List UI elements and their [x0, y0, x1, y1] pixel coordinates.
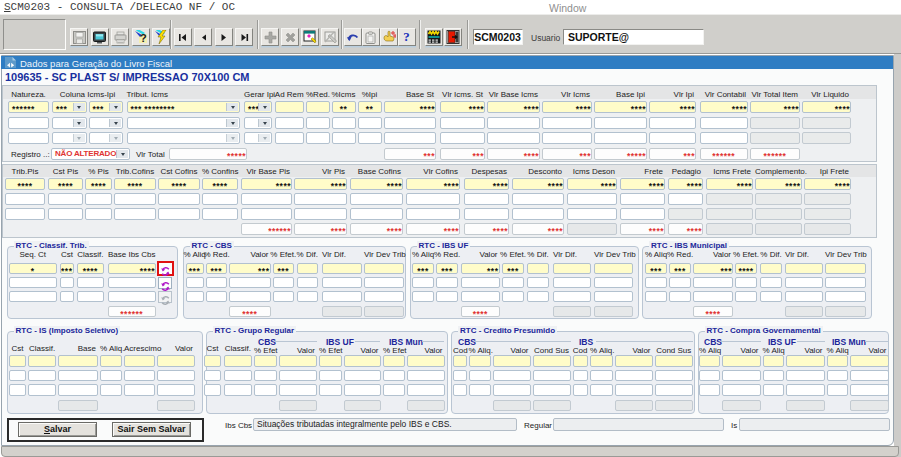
svg-text:?: ?	[140, 32, 147, 44]
